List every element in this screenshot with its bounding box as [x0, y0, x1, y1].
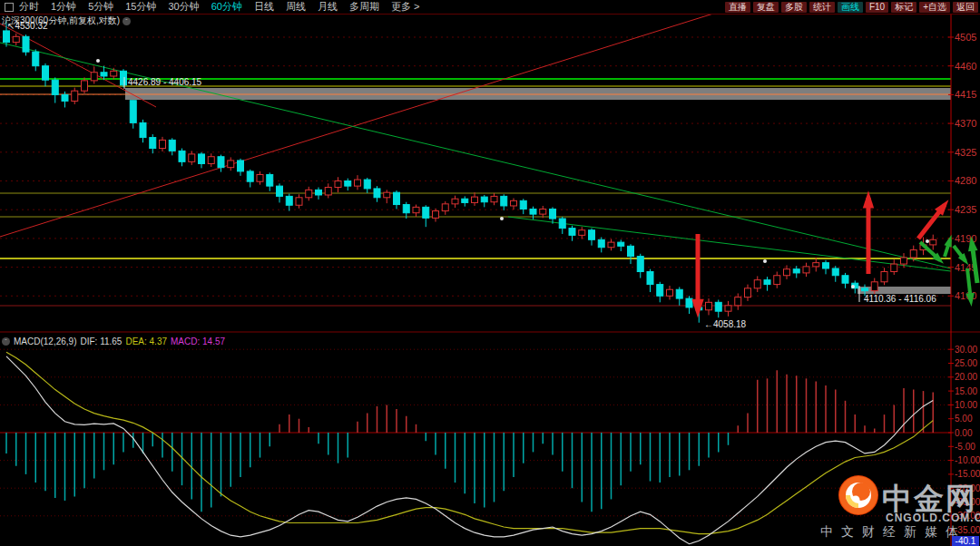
svg-text:5.00: 5.00 — [955, 414, 973, 424]
toolbar-button[interactable]: 统计 — [809, 2, 835, 13]
svg-text:-5.00: -5.00 — [955, 442, 975, 452]
interval-tab[interactable]: 5分钟 — [88, 0, 113, 14]
toolbar-button[interactable]: 复盘 — [753, 2, 779, 13]
svg-text:4280: 4280 — [955, 175, 976, 186]
svg-text:10.00: 10.00 — [955, 400, 977, 410]
svg-text:4235: 4235 — [955, 204, 976, 215]
toolbar-button[interactable]: 返回 — [953, 2, 978, 13]
toolbar-button[interactable]: 画线 — [838, 2, 863, 13]
macd-macd-value: MACD: 14.57 — [171, 336, 225, 346]
top-toolbar: 分时1分钟5分钟15分钟30分钟60分钟日线周线月线多周期更多 > 直播复盘多股… — [0, 0, 980, 15]
svg-text:-10.00: -10.00 — [955, 455, 980, 465]
watermark-domain: CNGOLD.COM.CN — [886, 512, 980, 524]
svg-text:4325: 4325 — [955, 147, 976, 158]
macd-min-value-badge: -40.1 — [952, 536, 979, 546]
high-price-annotation: ↖4530.32 — [7, 21, 48, 31]
toolbar-button[interactable]: 直播 — [725, 2, 750, 13]
interval-tab[interactable]: 月线 — [318, 0, 338, 14]
toolbar-right-buttons: 直播复盘多股统计画线F10标记+自选返回 — [725, 2, 980, 13]
toolbar-button[interactable]: F10 — [866, 2, 888, 13]
toolbar-button[interactable]: 标记 — [891, 2, 916, 13]
svg-text:25.00: 25.00 — [955, 358, 977, 368]
trading-app-window: 4505446044154370432542804235419041454100… — [0, 0, 980, 546]
svg-text:4415: 4415 — [955, 89, 976, 100]
interval-tab[interactable]: 更多 > — [391, 0, 419, 14]
gap-range-label-lower: 4110.36 - 4116.06 — [864, 294, 936, 304]
svg-text:4460: 4460 — [955, 61, 976, 72]
svg-text:4505: 4505 — [955, 32, 976, 43]
interval-tab[interactable]: 日线 — [254, 0, 274, 14]
toolbar-button[interactable]: 多股 — [781, 2, 807, 13]
interval-tab[interactable]: 30分钟 — [169, 0, 200, 14]
macd-indicator-name: MACD(12,26,9) — [14, 336, 76, 346]
svg-text:15.00: 15.00 — [955, 386, 977, 396]
interval-tab[interactable]: 分时 — [19, 0, 39, 14]
window-icon[interactable] — [5, 3, 14, 12]
interval-tab[interactable]: 多周期 — [349, 0, 379, 14]
toolbar-button[interactable]: +自选 — [919, 2, 950, 13]
low-arrow-icon: ← — [704, 319, 713, 329]
svg-text:0.00: 0.00 — [955, 428, 973, 438]
interval-tab[interactable]: 周线 — [286, 0, 306, 14]
collapse-icon[interactable]: ˇ — [2, 337, 10, 346]
watermark: 中金网 CNGOLD.COM.CN 中文财经新媒体 — [817, 472, 980, 542]
interval-tab[interactable]: 60分钟 — [211, 0, 242, 14]
svg-text:20.00: 20.00 — [955, 372, 977, 382]
interval-tab[interactable]: 15分钟 — [125, 0, 156, 14]
watermark-tagline: 中文财经新媒体 — [820, 524, 966, 541]
high-price-value: 4530.32 — [15, 21, 47, 31]
svg-text:4370: 4370 — [955, 118, 976, 129]
macd-dea-value: DEA: 4.37 — [125, 336, 167, 346]
interval-tabs: 分时1分钟5分钟15分钟30分钟60分钟日线周线月线多周期更多 > — [19, 0, 419, 14]
collapse-icon[interactable]: ˇ — [122, 17, 131, 25]
gap-range-label-upper: 4426.89 - 4406.15 — [128, 77, 201, 87]
cngold-logo-icon — [837, 473, 880, 517]
macd-dif-value: DIF: 11.65 — [80, 336, 122, 346]
interval-tab[interactable]: 1分钟 — [51, 0, 76, 14]
svg-text:30.00: 30.00 — [955, 345, 977, 355]
low-price-annotation: ←4058.18 — [704, 319, 746, 329]
low-price-value: 4058.18 — [713, 319, 746, 329]
macd-header: ˇ MACD(12,26,9) DIF: 11.65 DEA: 4.37 MAC… — [2, 336, 225, 346]
